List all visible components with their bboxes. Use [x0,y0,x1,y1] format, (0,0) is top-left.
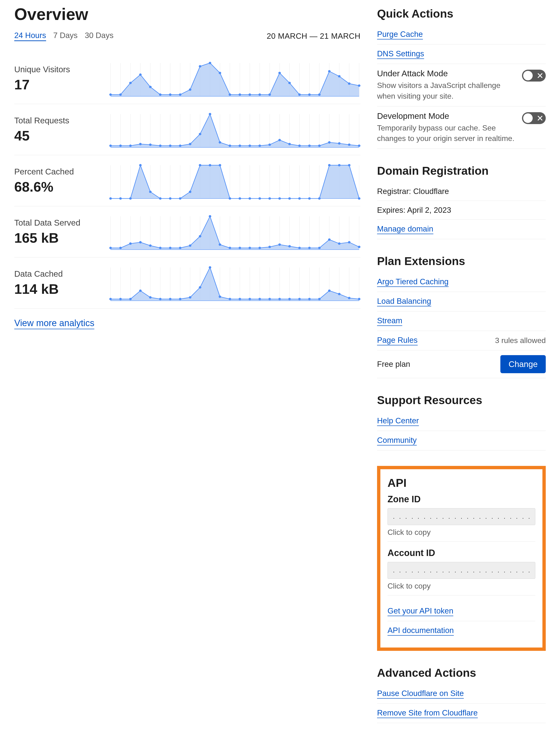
tab-30days[interactable]: 30 Days [85,31,114,41]
svg-point-188 [129,243,132,245]
svg-point-244 [159,298,162,300]
svg-point-152 [298,197,301,200]
svg-point-199 [239,247,241,249]
svg-point-48 [318,93,321,96]
sparkline-chart [109,264,360,302]
svg-point-44 [278,72,281,74]
purge-cache-link[interactable]: Purge Cache [377,30,423,39]
sparkline-chart [109,213,360,251]
svg-point-197 [219,244,221,246]
metric-label: Data Cached [14,269,104,278]
registrar-text: Registrar: Cloudflare [377,187,449,196]
svg-point-145 [228,197,231,200]
svg-point-263 [348,297,351,299]
svg-point-49 [328,70,331,73]
svg-point-99 [298,144,301,147]
svg-point-201 [259,247,261,249]
svg-point-85 [159,144,162,147]
svg-point-155 [328,164,331,167]
svg-point-137 [149,191,152,193]
svg-point-146 [239,197,241,200]
rules-allowed-text: 3 rules allowed [495,336,546,345]
community-link[interactable]: Community [377,436,417,445]
svg-point-51 [348,82,351,85]
svg-point-91 [219,141,221,143]
svg-point-209 [338,243,341,245]
svg-point-247 [189,296,192,298]
free-plan-text: Free plan [377,360,410,369]
svg-point-101 [318,144,321,147]
dev-mode-label: Development Mode [377,111,517,121]
x-icon [537,72,543,79]
svg-point-103 [338,142,341,144]
svg-point-52 [358,84,360,87]
svg-point-29 [129,82,132,84]
plan-extensions-heading: Plan Extensions [377,255,546,268]
help-center-link[interactable]: Help Center [377,416,419,426]
svg-point-98 [288,143,291,145]
get-api-token-link[interactable]: Get your API token [387,606,453,616]
svg-point-41 [248,93,251,96]
svg-point-138 [159,197,162,200]
svg-point-210 [348,241,351,244]
tab-24hours[interactable]: 24 Hours [14,31,46,41]
stream-link[interactable]: Stream [377,316,402,326]
svg-point-149 [268,197,271,200]
svg-point-243 [149,296,152,298]
change-plan-button[interactable]: Change [500,355,546,373]
load-balancing-link[interactable]: Load Balancing [377,297,431,306]
svg-point-34 [179,93,181,96]
svg-point-249 [209,266,212,269]
svg-point-96 [268,143,271,146]
page-rules-link[interactable]: Page Rules [377,336,418,345]
view-more-analytics-link[interactable]: View more analytics [14,318,94,329]
svg-point-80 [109,144,112,147]
svg-point-40 [239,93,241,96]
manage-domain-link[interactable]: Manage domain [377,225,433,234]
svg-point-258 [298,298,301,300]
svg-point-198 [228,247,231,249]
svg-point-88 [189,143,192,145]
account-copy-hint: Click to copy [387,582,535,591]
svg-point-133 [109,197,112,200]
svg-point-151 [288,197,291,200]
svg-point-203 [278,244,281,246]
svg-point-242 [139,290,142,292]
remove-site-link[interactable]: Remove Site from Cloudflare [377,708,478,718]
svg-point-46 [298,93,301,96]
svg-point-150 [278,197,281,200]
svg-point-192 [169,247,172,249]
pause-cloudflare-link[interactable]: Pause Cloudflare on Site [377,689,464,699]
svg-point-93 [239,144,241,147]
api-docs-link[interactable]: API documentation [387,626,454,636]
dns-settings-link[interactable]: DNS Settings [377,49,424,59]
svg-point-100 [308,144,311,147]
zone-id-input[interactable] [387,508,535,525]
svg-point-83 [139,143,142,145]
svg-point-43 [268,93,271,96]
svg-point-32 [159,93,162,96]
svg-point-147 [248,197,251,200]
svg-point-134 [119,197,122,200]
under-attack-toggle[interactable] [522,70,546,81]
svg-point-190 [149,244,152,247]
dev-mode-toggle[interactable] [522,112,546,124]
svg-point-250 [219,295,221,298]
tab-7days[interactable]: 7 Days [53,31,78,41]
api-heading: API [387,476,535,489]
svg-point-205 [298,247,301,249]
svg-point-241 [129,298,132,300]
time-range-tabs: 24 Hours 7 Days 30 Days [14,31,114,41]
svg-point-204 [288,245,291,248]
svg-point-50 [338,75,341,77]
account-id-input[interactable] [387,562,535,579]
svg-point-260 [318,298,321,300]
support-resources-heading: Support Resources [377,394,546,407]
svg-point-135 [129,197,132,200]
argo-link[interactable]: Argo Tiered Caching [377,277,448,287]
svg-point-187 [119,247,122,249]
metric-label: Unique Visitors [14,65,104,74]
under-attack-label: Under Attack Mode [377,69,517,78]
svg-point-104 [348,143,351,146]
svg-point-28 [119,93,122,96]
